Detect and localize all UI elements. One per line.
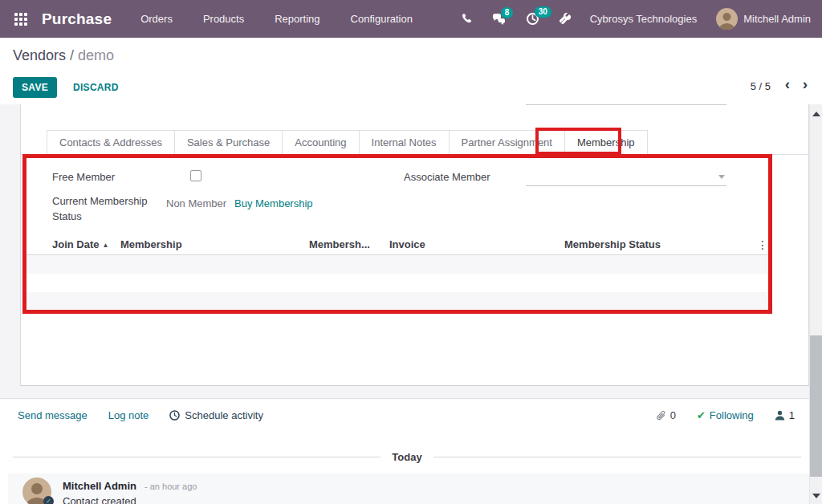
chevron-down-icon [718,175,725,179]
following-label: Following [710,409,754,421]
odoo-purchase-vendor-form: Purchase Orders Products Reporting Confi… [0,0,822,504]
menu-products[interactable]: Products [203,13,244,25]
scroll-down-icon[interactable] [812,494,820,498]
log-note-button[interactable]: Log note [108,409,149,421]
menu-reporting[interactable]: Reporting [275,13,319,25]
vertical-scrollbar[interactable] [809,104,822,504]
user-menu[interactable]: Mitchell Admin [716,8,811,30]
message-body: Contact created [63,495,136,504]
tab-partner-assignment[interactable]: Partner Assignment [449,130,565,155]
attachments-button[interactable]: 0 [656,409,676,421]
tools-icon[interactable] [559,13,571,25]
person-icon [775,410,785,421]
menu-orders[interactable]: Orders [140,13,173,25]
divider-line [433,457,801,457]
breadcrumb: Vendors/demo [13,47,114,64]
column-join-date[interactable]: Join Date▲ [26,238,120,250]
tab-accounting[interactable]: Accounting [282,130,359,155]
messages-icon[interactable]: 8 [492,13,507,26]
column-membership-truncated[interactable]: Membersh... [309,238,381,250]
pager-next-icon[interactable]: › [803,75,808,93]
column-invoice[interactable]: Invoice [381,238,478,250]
activities-badge: 30 [535,6,551,18]
send-message-button[interactable]: Send message [18,409,87,421]
chatter-message: ✓ Mitchell Admin - an hour ago Contact c… [8,474,809,504]
user-avatar [716,8,738,30]
empty-table-row [26,292,768,311]
tab-sales-purchase[interactable]: Sales & Purchase [174,130,283,155]
chatter-toolbar-right: 0 ✔ Following 1 [656,409,795,421]
message-type-badge: ✓ [43,496,54,504]
tab-contacts-addresses[interactable]: Contacts & Addresses [47,130,175,155]
current-membership-status-value: Non Member [166,197,226,209]
navbar-right: 8 30 Cybrosys Technologies Mitchell Admi… [461,8,811,30]
top-navbar: Purchase Orders Products Reporting Confi… [0,0,822,38]
column-membership[interactable]: Membership [120,238,309,250]
scroll-up-icon[interactable] [812,112,820,116]
notebook-tabs: Contacts & Addresses Sales & Purchase Ac… [47,130,648,155]
breadcrumb-current: demo [78,47,114,63]
tab-membership[interactable]: Membership [564,130,648,155]
breadcrumb-separator: / [70,47,74,63]
associate-member-select[interactable] [526,168,726,186]
chatter-buttons: Send message Log note Schedule activity [18,409,263,421]
associate-member-label: Associate Member [404,171,490,183]
messages-badge: 8 [501,7,514,18]
following-button[interactable]: ✔ Following [697,409,754,421]
pager-previous-icon[interactable]: ‹ [785,75,790,93]
check-icon: ✔ [697,409,706,421]
main-menu: Orders Products Reporting Configuration [140,13,413,25]
menu-configuration[interactable]: Configuration [351,13,413,25]
date-divider-label: Today [392,451,421,463]
sort-asc-icon: ▲ [103,242,109,249]
divider-line [13,457,380,457]
clipped-field-underline [526,104,726,105]
followers-button[interactable]: 1 [775,409,795,421]
company-switcher[interactable]: Cybrosys Technologies [590,13,697,25]
schedule-activity-button[interactable]: Schedule activity [169,409,263,421]
clock-icon [169,410,180,421]
paperclip-icon [656,410,666,421]
message-timestamp: - an hour ago [144,482,197,491]
current-membership-status-label: Current Membership Status [52,193,165,224]
free-member-label: Free Member [52,171,115,183]
column-membership-status[interactable]: Membership Status [478,238,747,250]
phone-icon[interactable] [461,13,473,25]
attachments-count: 0 [670,409,676,421]
empty-table-row [26,255,768,274]
activities-icon[interactable]: 30 [526,12,539,26]
membership-lines-table: Join Date▲ Membership Membersh... Invoic… [26,234,768,311]
message-author: Mitchell Admin [63,480,136,492]
date-divider: Today [13,451,801,463]
apps-menu-icon[interactable] [14,13,27,26]
table-options-kebab-icon[interactable]: ⋮ [747,238,768,251]
app-title[interactable]: Purchase [42,10,112,28]
buy-membership-button[interactable]: Buy Membership [234,197,313,209]
pager-counter: 5 / 5 [751,80,771,92]
tab-internal-notes[interactable]: Internal Notes [359,130,450,155]
free-member-checkbox[interactable] [190,170,201,181]
discard-button[interactable]: DISCARD [65,77,127,98]
user-name: Mitchell Admin [743,13,811,25]
breadcrumb-vendors[interactable]: Vendors [13,47,66,63]
empty-table-row [26,274,768,292]
save-button[interactable]: SAVE [13,77,57,98]
table-header-row: Join Date▲ Membership Membersh... Invoic… [26,234,768,255]
followers-count: 1 [789,409,795,421]
scrollbar-thumb[interactable] [810,335,822,477]
